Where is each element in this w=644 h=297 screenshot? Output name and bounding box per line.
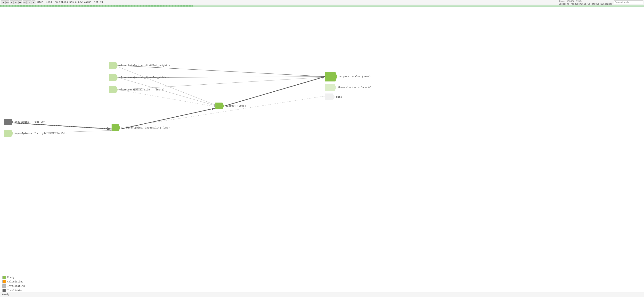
legend-ready-swatch <box>2 276 6 279</box>
svg-line-14 <box>121 96 325 128</box>
legend-invalidating-swatch <box>2 285 6 288</box>
clientdata-pixelratio-label: clientData$pixelratio – 'int 1' <box>119 88 164 91</box>
main-canvas: clientData$output_distPlot_height – … cl… <box>0 7 644 278</box>
legend-ready-label: Ready <box>7 276 14 279</box>
node-output-distplot[interactable]: output$distPlot (33ms) <box>325 72 371 81</box>
status-text: Ready <box>2 293 9 296</box>
clientdata-height-icon <box>109 62 118 69</box>
time-display: Time: 103366.8152s <box>559 0 612 3</box>
nav-last-btn[interactable]: ▶| <box>23 0 27 4</box>
clientdata-height-label: clientData$output_distPlot_height – … <box>119 64 173 67</box>
clientdata-width-icon <box>109 74 118 81</box>
input-plot-icon <box>4 130 13 137</box>
input-bins-label: input$bins – 'int 39' <box>14 121 45 123</box>
legend-invalidating-label: Invalidating <box>7 285 25 288</box>
nav-play-btn[interactable]: ▶ <box>32 0 36 4</box>
statusbar: Ready <box>0 292 644 297</box>
legend-calculating-label: Calculating <box>7 281 23 283</box>
nav-first-btn[interactable]: |◀ <box>1 0 5 4</box>
bindevent-icon <box>112 124 120 131</box>
node-clientdata-width[interactable]: clientData$output_distPlot_width – … <box>109 74 172 81</box>
node-theme-counter[interactable]: Theme Counter – 'num 0' <box>325 84 371 91</box>
node-clientdata-height[interactable]: clientData$output_distPlot_height – … <box>109 62 173 69</box>
arrows-svg <box>0 7 644 278</box>
node-bindevent[interactable]: bindEvent(bins, input$plot) (2ms) <box>112 124 170 131</box>
bindevent-label: bindEvent(bins, input$plot) (2ms) <box>122 127 170 129</box>
bins-output-icon <box>325 94 335 100</box>
progress-inner <box>0 5 193 6</box>
time-value: 103366.8152s <box>566 0 582 3</box>
svg-line-7 <box>118 67 216 105</box>
search-input[interactable] <box>614 0 643 4</box>
search-box <box>614 0 643 4</box>
nav-prev-btn[interactable]: ◀ <box>10 0 14 4</box>
nav-next-fast-btn[interactable]: ▶▶ <box>18 0 22 4</box>
legend: Ready Calculating Invalidating Invalidat… <box>2 276 25 292</box>
node-input-plot[interactable]: input$plot – ''shinyActionButtonVal… <box>4 130 67 137</box>
output-distplot-icon <box>325 72 337 81</box>
time-label: Time: <box>559 0 566 3</box>
legend-invalidated-swatch <box>2 289 6 292</box>
node-clientdata-pixelratio[interactable]: clientData$pixelratio – 'int 1' <box>109 86 164 93</box>
legend-calculating: Calculating <box>2 280 25 284</box>
nav-next-btn[interactable]: ▶ <box>14 0 18 4</box>
step-info: Step: 4694 input$bins has a new value: i… <box>37 1 103 4</box>
clientdata-width-label: clientData$output_distPlot_width – … <box>119 76 172 79</box>
session-display: Session: 7a9298ef558e75a42f538c4235ea22a… <box>559 3 612 5</box>
svg-line-6 <box>224 77 325 106</box>
input-plot-label: input$plot – ''shinyActionButtonVal… <box>14 132 67 135</box>
plotobj-icon <box>216 103 224 109</box>
node-input-bins[interactable]: input$bins – 'int 39' <box>4 119 45 125</box>
session-value: 7a9298ef558e75a42f538c4235ea22a8 <box>570 3 612 5</box>
session-label: Session: <box>559 3 569 5</box>
nav-prev-fast-btn[interactable]: ◀◀ <box>5 0 9 4</box>
toolbar: |◀ ◀◀ ◀ ▶ ▶▶ ▶| ● ▶ Step: 4694 input$bin… <box>0 0 644 5</box>
node-bins-output[interactable]: bins <box>325 94 342 100</box>
input-bins-icon <box>4 119 13 125</box>
progress-bar <box>0 5 644 7</box>
legend-calculating-swatch <box>2 280 6 284</box>
theme-counter-icon <box>325 84 336 91</box>
legend-invalidated: Invalidated <box>2 289 25 292</box>
plotobj-label: plotObj (30ms) <box>226 105 246 107</box>
legend-invalidating: Invalidating <box>2 285 25 288</box>
node-plotobj[interactable]: plotObj (30ms) <box>216 103 246 109</box>
nav-record-btn[interactable]: ● <box>27 0 31 4</box>
output-distplot-label: output$distPlot (33ms) <box>338 75 371 78</box>
clientdata-pixelratio-icon <box>109 86 118 93</box>
legend-ready: Ready <box>2 276 25 279</box>
theme-counter-label: Theme Counter – 'num 0' <box>338 86 371 89</box>
bins-output-label: bins <box>336 96 342 98</box>
legend-invalidated-label: Invalidated <box>7 289 23 292</box>
